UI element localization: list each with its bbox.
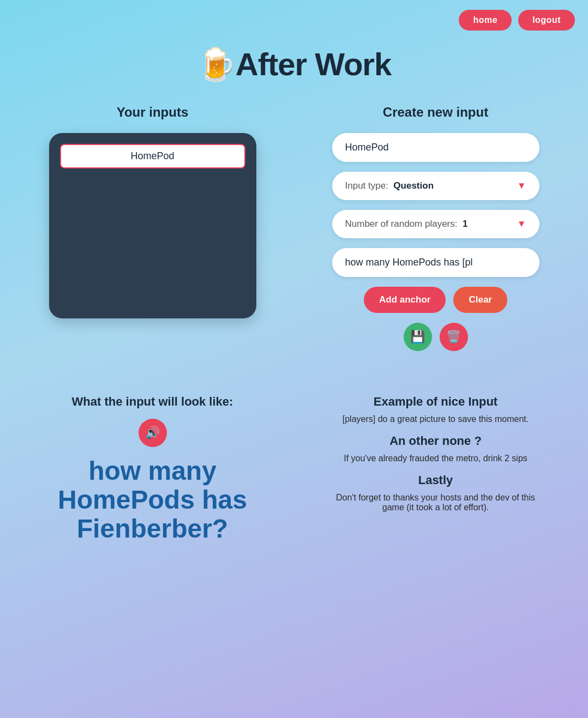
question-text-field[interactable] [332, 248, 539, 277]
input-type-display[interactable]: Input type: Question▼ [332, 172, 539, 200]
bottom-left-panel: What the input will look like: 🔊 how man… [22, 373, 294, 543]
divider-1: An other none ? If you've already fraude… [327, 434, 545, 463]
bottom-right-panel: Example of nice Input [players] do a gre… [294, 373, 566, 543]
example-text-1: [players] do a great picture to save thi… [327, 414, 545, 424]
your-inputs-title: Your inputs [117, 105, 189, 120]
example-subtitle-3: Lastly [327, 473, 545, 487]
input-list-item[interactable]: HomePod [60, 144, 245, 168]
example-text-2: If you've already frauded the metro, dri… [327, 454, 545, 463]
create-form: Input type: Question▼ Question Action Ch… [332, 133, 539, 351]
title-text: After Work [236, 46, 391, 82]
examples-section: Example of nice Input [players] do a gre… [327, 395, 545, 522]
logout-button[interactable]: logout [518, 10, 575, 31]
save-button[interactable]: 💾 [404, 323, 432, 351]
audio-icon: 🔊 [145, 426, 160, 440]
preview-text: how many HomePods has Fienberber? [27, 457, 278, 543]
add-anchor-button[interactable]: Add anchor [364, 287, 446, 313]
audio-button[interactable]: 🔊 [139, 419, 167, 447]
bottom-row: What the input will look like: 🔊 how man… [0, 373, 588, 565]
example-main-title: Example of nice Input [327, 395, 545, 409]
page-title: 🍺After Work [0, 46, 588, 83]
navigation: home logout [0, 0, 588, 40]
example-subtitle-2: An other none ? [327, 434, 545, 448]
title-emoji: 🍺 [197, 46, 236, 82]
icon-buttons-row: 💾 🗑️ [404, 323, 468, 351]
save-icon: 💾 [410, 330, 425, 344]
delete-button[interactable]: 🗑️ [440, 323, 468, 351]
inputs-box: HomePod [49, 133, 256, 318]
random-players-display[interactable]: Number of random players: 1▼ [332, 210, 539, 238]
title-section: 🍺After Work [0, 40, 588, 105]
clear-button[interactable]: Clear [453, 287, 507, 313]
left-panel: Your inputs HomePod [22, 105, 294, 351]
action-buttons-row: Add anchor Clear [364, 287, 507, 313]
divider-2: Lastly Don't forget to thanks your hosts… [327, 473, 545, 512]
create-input-title: Create new input [383, 105, 488, 120]
input-name-field[interactable] [332, 133, 539, 162]
preview-section: What the input will look like: 🔊 how man… [27, 395, 278, 543]
example-text-3: Don't forget to thanks your hosts and th… [327, 493, 545, 512]
preview-title: What the input will look like: [72, 395, 233, 409]
delete-icon: 🗑️ [446, 330, 461, 344]
main-content: Your inputs HomePod Create new input Inp… [0, 105, 588, 373]
right-panel: Create new input Input type: Question▼ Q… [294, 105, 566, 351]
home-button[interactable]: home [459, 10, 512, 31]
